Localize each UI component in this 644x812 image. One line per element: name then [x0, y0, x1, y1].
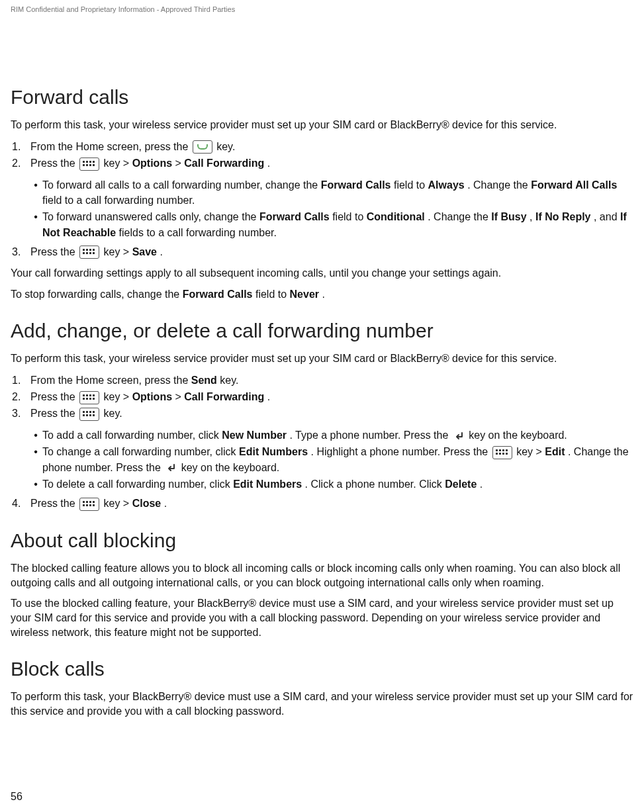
bold-edit: Edit: [545, 446, 565, 457]
step-body: Press the key > Options > Call Forwardin…: [30, 389, 633, 404]
text: . Change the: [467, 179, 531, 191]
text: .: [164, 498, 167, 509]
step-3: 3. Press the key > Save .: [11, 244, 633, 259]
step-number: 3.: [11, 406, 30, 421]
heading-block-calls: Block calls: [11, 658, 633, 680]
bullet-body: To delete a call forwarding number, clic…: [42, 476, 633, 492]
bold: Forward All Calls: [531, 179, 617, 191]
bold: Forward Calls: [183, 289, 253, 300]
list-item: • To change a call forwarding number, cl…: [29, 444, 633, 474]
bold: If No Reply: [535, 211, 591, 222]
text: key.: [220, 375, 238, 386]
step-body: From the Home screen, press the key.: [30, 139, 633, 154]
paragraph: The blocked calling feature allows you t…: [11, 561, 633, 590]
paragraph: To perform this task, your BlackBerry® d…: [11, 690, 633, 718]
bold-edit-numbers: Edit Numbers: [239, 446, 308, 457]
text: Press the: [30, 391, 78, 402]
text: . Type a phone number. Press the: [290, 429, 451, 441]
heading-forward-calls: Forward calls: [11, 86, 633, 109]
bold-delete: Delete: [445, 478, 477, 490]
text: >: [175, 158, 185, 169]
step-2: 2. Press the key > Options > Call Forwar…: [11, 156, 633, 171]
intro-text: To perform this task, your wireless serv…: [11, 118, 633, 132]
menu-key-icon: [79, 246, 99, 259]
bold: Forward Calls: [321, 179, 391, 191]
text: key.: [216, 141, 235, 152]
text: To stop forwarding calls, change the: [11, 289, 183, 300]
menu-key-icon: [79, 391, 99, 404]
text: field to: [255, 289, 290, 300]
bold-save: Save: [132, 246, 157, 257]
bold-call-forwarding: Call Forwarding: [184, 391, 264, 402]
list-item: • To add a call forwarding number, click…: [29, 428, 633, 443]
enter-key-icon: [453, 430, 465, 442]
text: key >: [103, 158, 132, 169]
bold-options: Options: [132, 158, 172, 169]
bold: Always: [428, 179, 465, 191]
text: key >: [516, 446, 545, 457]
step-1: 1. From the Home screen, press the key.: [11, 139, 633, 154]
bullet-body: To add a call forwarding number, click N…: [42, 428, 633, 443]
bold: Conditional: [367, 211, 425, 222]
outro-text: To stop forwarding calls, change the For…: [11, 287, 633, 302]
bullet-icon: •: [29, 476, 42, 492]
text: . Highlight a phone number. Press the: [311, 446, 491, 457]
text: key >: [103, 391, 132, 402]
text: From the Home screen, press the: [30, 375, 191, 386]
text: Press the: [30, 158, 78, 169]
text: .: [267, 391, 270, 402]
step-list: 4. Press the key > Close .: [11, 496, 633, 511]
heading-about-call-blocking: About call blocking: [11, 529, 633, 552]
text: . Click a phone number. Click: [305, 478, 445, 490]
bullet-icon: •: [29, 209, 42, 224]
text: .: [480, 478, 483, 490]
step-4: 4. Press the key > Close .: [11, 496, 633, 511]
page: RIM Confidential and Proprietary Informa…: [0, 0, 644, 812]
bullet-icon: •: [29, 428, 42, 443]
text: key on the keyboard.: [469, 429, 567, 441]
bold-new-number: New Number: [222, 429, 287, 441]
bold: Never: [290, 289, 319, 300]
header-confidential-note: RIM Confidential and Proprietary Informa…: [11, 5, 633, 13]
text: field to a call forwarding number.: [42, 195, 195, 206]
text: To add a call forwarding number, click: [42, 429, 222, 441]
step-number: 2.: [11, 389, 30, 404]
step-body: From the Home screen, press the Send key…: [30, 373, 633, 388]
outro-text: Your call forwarding settings apply to a…: [11, 266, 633, 281]
text: field to: [332, 211, 367, 222]
text: .: [322, 289, 325, 300]
text: To delete a call forwarding number, clic…: [42, 478, 233, 490]
text: To change a call forwarding number, clic…: [42, 446, 239, 457]
bullet-icon: •: [29, 444, 42, 459]
bold: If Busy: [491, 211, 526, 222]
bullet-body: To change a call forwarding number, clic…: [42, 444, 633, 474]
text: .: [267, 158, 270, 169]
text: Press the: [30, 408, 78, 419]
paragraph: To use the blocked calling feature, your…: [11, 596, 633, 639]
step-list: 3. Press the key > Save .: [11, 244, 633, 259]
bullet-list: • To forward all calls to a call forward…: [11, 177, 633, 240]
text: .: [160, 246, 162, 257]
menu-key-icon: [79, 158, 99, 171]
step-body: Press the key > Options > Call Forwardin…: [30, 156, 633, 171]
step-number: 2.: [11, 156, 30, 171]
text: ,: [529, 211, 535, 222]
text: To forward unanswered calls only, change…: [42, 211, 259, 222]
enter-key-icon: [165, 462, 177, 474]
step-body: Press the key > Save .: [30, 244, 633, 259]
text: key.: [103, 408, 122, 419]
bullet-list: • To add a call forwarding number, click…: [11, 428, 633, 492]
heading-add-change-delete: Add, change, or delete a call forwarding…: [11, 320, 633, 342]
menu-key-icon: [492, 446, 512, 459]
step-list: 1. From the Home screen, press the key. …: [11, 139, 633, 171]
page-number: 56: [11, 791, 23, 803]
text: key on the keyboard.: [181, 462, 280, 473]
intro-text: To perform this task, your wireless serv…: [11, 351, 633, 366]
menu-key-icon: [79, 408, 99, 421]
step-number: 1.: [11, 139, 30, 154]
text: key >: [103, 246, 132, 257]
text: From the Home screen, press the: [30, 141, 191, 152]
bold-options: Options: [132, 391, 172, 402]
bullet-icon: •: [29, 177, 42, 193]
step-2: 2. Press the key > Options > Call Forwar…: [11, 389, 633, 404]
